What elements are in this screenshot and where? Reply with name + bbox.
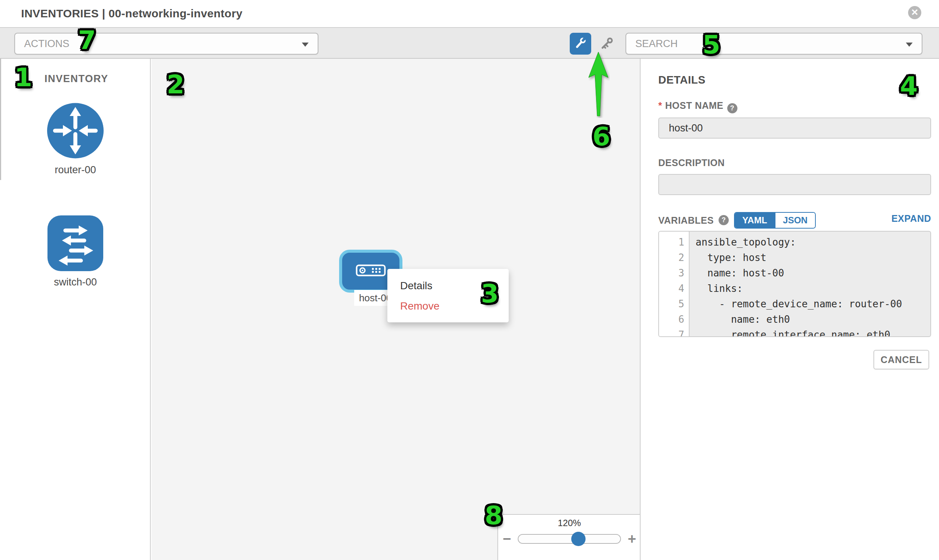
code-line: 2 type: host bbox=[659, 250, 930, 266]
page-header: INVENTORIES | 00-networking-inventory ✕ bbox=[0, 0, 939, 27]
details-panel: DETAILS *HOST NAME? DESCRIPTION VARIABLE… bbox=[641, 59, 939, 560]
wrench-icon bbox=[574, 36, 587, 51]
sidebar-title: INVENTORY bbox=[45, 73, 108, 85]
toolbar: ACTIONS bbox=[0, 27, 939, 59]
router-label: router-00 bbox=[0, 164, 151, 176]
breadcrumb-name: 00-networking-inventory bbox=[108, 7, 242, 20]
line-number: 4 bbox=[659, 281, 689, 296]
variables-label: VARIABLES bbox=[658, 215, 714, 226]
breadcrumb: INVENTORIES | 00-networking-inventory bbox=[21, 0, 242, 27]
line-text: - remote_device_name: router-00 bbox=[689, 296, 902, 312]
topology-canvas[interactable]: host-00 Details Remove 120% − + bbox=[151, 59, 641, 560]
line-number: 7 bbox=[659, 327, 689, 337]
description-label: DESCRIPTION bbox=[658, 157, 725, 168]
code-line: 1 ansible_topology: bbox=[659, 235, 930, 250]
line-number: 6 bbox=[659, 312, 689, 327]
zoom-control-panel: 120% − + bbox=[497, 514, 640, 560]
zoom-in-button[interactable]: + bbox=[626, 531, 638, 546]
tab-yaml[interactable]: YAML bbox=[735, 213, 775, 228]
line-text: name: host-00 bbox=[689, 266, 784, 281]
close-icon[interactable]: ✕ bbox=[908, 6, 921, 19]
details-panel-title: DETAILS bbox=[658, 74, 705, 86]
annotation-number-1: 1 bbox=[14, 63, 32, 92]
sidebar-item-switch[interactable]: switch-00 bbox=[0, 215, 151, 288]
annotation-number-3: 3 bbox=[481, 279, 498, 308]
zoom-level-label: 120% bbox=[498, 518, 641, 528]
actions-dropdown-label: ACTIONS bbox=[24, 34, 69, 54]
host-name-input[interactable] bbox=[658, 117, 931, 138]
annotation-number-7: 7 bbox=[78, 25, 96, 55]
line-text: type: host bbox=[689, 250, 766, 266]
variables-row: VARIABLES ? YAML JSON EXPAND bbox=[658, 214, 931, 230]
sidebar-item-router[interactable]: router-00 bbox=[0, 102, 151, 176]
expand-link[interactable]: EXPAND bbox=[891, 213, 931, 224]
chevron-down-icon bbox=[302, 43, 308, 47]
host-name-label-row: *HOST NAME? bbox=[658, 100, 737, 113]
switch-icon bbox=[47, 266, 104, 272]
code-line: 5 - remote_device_name: router-00 bbox=[659, 296, 930, 312]
help-icon[interactable]: ? bbox=[719, 215, 729, 225]
actions-dropdown[interactable]: ACTIONS bbox=[14, 33, 318, 55]
annotation-number-4: 4 bbox=[900, 71, 917, 101]
host-name-label: HOST NAME bbox=[665, 100, 723, 111]
code-line: 3 name: host-00 bbox=[659, 266, 930, 281]
search-dropdown-label: SEARCH bbox=[635, 34, 678, 54]
credentials-key-button[interactable] bbox=[598, 36, 616, 53]
annotation-number-5: 5 bbox=[702, 30, 720, 60]
line-number: 1 bbox=[659, 235, 689, 250]
cancel-button[interactable]: CANCEL bbox=[873, 350, 929, 369]
required-asterisk: * bbox=[658, 100, 662, 111]
breadcrumb-section: INVENTORIES bbox=[21, 7, 99, 20]
zoom-out-button[interactable]: − bbox=[501, 531, 512, 546]
chevron-down-icon bbox=[906, 43, 913, 47]
annotation-arrow-up bbox=[589, 52, 610, 119]
help-icon[interactable]: ? bbox=[727, 103, 737, 113]
zoom-slider-track[interactable] bbox=[518, 534, 621, 544]
code-line: 6 name: eth0 bbox=[659, 312, 930, 327]
router-icon bbox=[47, 154, 104, 160]
code-line: 7 remote_interface_name: eth0 bbox=[659, 327, 930, 337]
annotation-number-2: 2 bbox=[167, 70, 184, 99]
zoom-slider-thumb[interactable] bbox=[571, 532, 586, 546]
search-dropdown[interactable]: SEARCH bbox=[626, 33, 922, 55]
variables-code-editor[interactable]: 1 ansible_topology: 2 type: host 3 name:… bbox=[658, 231, 931, 337]
annotation-number-8: 8 bbox=[484, 500, 502, 530]
inventory-topology-app: INVENTORIES | 00-networking-inventory ✕ … bbox=[0, 0, 939, 560]
line-text: remote_interface_name: eth0 bbox=[689, 327, 890, 337]
breadcrumb-separator: | bbox=[99, 7, 108, 20]
variables-format-toggle: YAML JSON bbox=[734, 212, 816, 229]
code-line: 4 links: bbox=[659, 281, 930, 296]
line-text: name: eth0 bbox=[689, 312, 790, 327]
line-text: links: bbox=[689, 281, 743, 296]
host-icon bbox=[356, 265, 386, 278]
tools-button[interactable] bbox=[570, 33, 591, 55]
line-number: 3 bbox=[659, 266, 689, 281]
switch-label: switch-00 bbox=[0, 277, 151, 288]
sidebar-edge-line bbox=[0, 59, 1, 180]
inventory-sidebar: INVENTORY router-00 bbox=[0, 59, 151, 560]
line-number: 2 bbox=[659, 250, 689, 266]
key-icon bbox=[598, 35, 615, 54]
description-input[interactable] bbox=[658, 174, 931, 195]
annotation-number-6: 6 bbox=[592, 122, 610, 151]
tab-json[interactable]: JSON bbox=[775, 213, 815, 228]
line-number: 5 bbox=[659, 296, 689, 312]
line-text: ansible_topology: bbox=[689, 235, 796, 250]
